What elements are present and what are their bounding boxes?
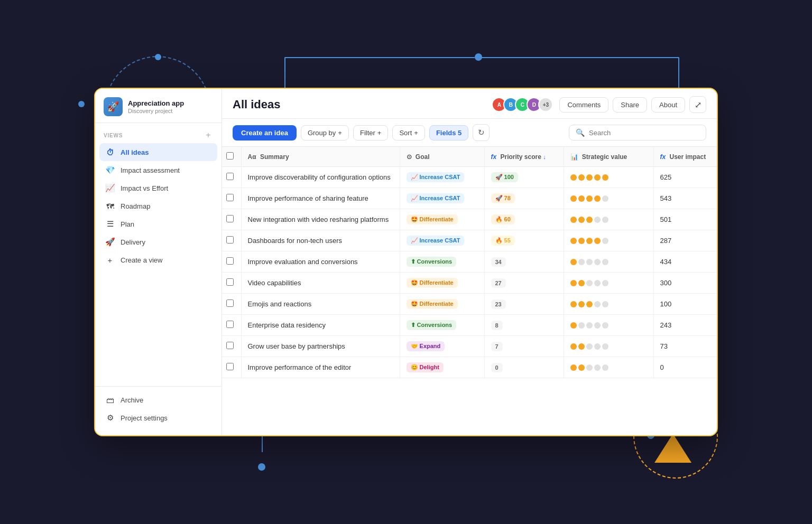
select-all-checkbox[interactable] (226, 152, 234, 160)
dot-filled (570, 217, 577, 223)
refresh-icon: ↻ (478, 128, 485, 137)
row-checkbox[interactable] (226, 321, 234, 328)
group-by-label: Group by (308, 129, 336, 137)
sidebar-item-label: Project settings (121, 414, 168, 422)
row-summary[interactable]: Grow user base by partnerships (241, 336, 400, 357)
row-goal: ⬆ Conversions (400, 251, 484, 273)
row-checkbox[interactable] (226, 236, 234, 244)
row-checkbox[interactable] (226, 173, 234, 180)
dot-empty (602, 217, 608, 223)
fields-button[interactable]: Fields 5 (429, 125, 468, 141)
row-checkbox[interactable] (226, 215, 234, 222)
row-summary[interactable]: Improve evaluation and conversions (241, 251, 400, 273)
app-name: Appreciation app (128, 99, 184, 108)
row-checkbox[interactable] (226, 342, 234, 349)
user-impact-value: 0 (660, 363, 664, 371)
comments-button[interactable]: Comments (559, 97, 608, 113)
sidebar-item-label: Roadmap (121, 202, 150, 210)
share-button[interactable]: Share (613, 97, 647, 113)
row-summary[interactable]: Improve discoverability of configuration… (241, 167, 400, 188)
dot-filled (594, 195, 601, 202)
goal-badge: 🤩 Differentiate (407, 278, 458, 288)
strategic-dots (570, 259, 647, 265)
sidebar-item-impact-assessment[interactable]: 💎 Impact assessment (99, 161, 217, 179)
th-priority-score[interactable]: fx Priority score ↓ (484, 147, 564, 167)
row-user-impact: 434 (653, 251, 717, 273)
row-strategic-value (564, 167, 653, 188)
row-checkbox[interactable] (226, 300, 234, 307)
deco-dot-bl (258, 463, 265, 471)
row-summary[interactable]: New integration with video resharing pla… (241, 209, 400, 230)
strategic-dots (570, 364, 647, 371)
sidebar-item-plan[interactable]: ☰ Plan (99, 215, 217, 233)
row-strategic-value (564, 209, 653, 230)
expand-button[interactable]: ⤢ (689, 96, 706, 113)
expand-icon: ⤢ (695, 100, 702, 110)
refresh-button[interactable]: ↻ (473, 124, 490, 141)
filter-button[interactable]: Filter + (353, 125, 388, 141)
row-checkbox-cell (222, 273, 241, 294)
dot-empty (578, 259, 585, 265)
sidebar-item-roadmap[interactable]: 🗺 Roadmap (99, 197, 217, 215)
row-priority-score: 7 (484, 336, 564, 357)
row-strategic-value (564, 230, 653, 251)
dot-filled (570, 322, 577, 329)
th-strategic-value[interactable]: 📊 Strategic value (564, 147, 653, 167)
settings-icon: ⚙ (105, 413, 115, 423)
avatar-count: +3 (538, 97, 553, 112)
priority-badge: 🚀 100 (491, 172, 518, 182)
row-checkbox[interactable] (226, 194, 234, 201)
dot-filled (586, 217, 593, 223)
group-by-button[interactable]: Group by + (301, 125, 349, 141)
row-priority-score: 🚀 78 (484, 188, 564, 209)
row-goal: 🤩 Differentiate (400, 209, 484, 230)
strategic-type-icon: 📊 (570, 153, 578, 161)
create-idea-button[interactable]: Create an idea (233, 125, 297, 141)
th-user-impact[interactable]: fx User impact (653, 147, 717, 167)
sort-button[interactable]: Sort + (392, 125, 425, 141)
impact-vs-effort-icon: 📈 (105, 183, 115, 193)
add-view-button[interactable]: + (204, 130, 213, 140)
top-bar: All ideas A B C D +3 Comments Share Abou… (222, 89, 717, 119)
row-checkbox[interactable] (226, 278, 234, 286)
dot-filled (586, 195, 593, 202)
search-input[interactable] (589, 129, 699, 137)
sidebar-item-label: Archive (121, 396, 143, 404)
goal-badge: 🤩 Differentiate (407, 214, 458, 224)
priority-badge: 23 (491, 300, 506, 309)
row-summary[interactable]: Improve performance of the editor (241, 357, 400, 378)
app-icon: 🚀 (104, 97, 123, 116)
priority-badge: 🚀 78 (491, 193, 515, 203)
sidebar-item-delivery[interactable]: 🚀 Delivery (99, 233, 217, 251)
row-checkbox-cell (222, 230, 241, 251)
dot-filled (570, 195, 577, 202)
table-row: Improve performance of the editor😊 Delig… (222, 357, 717, 378)
row-summary[interactable]: Video capabilities (241, 273, 400, 294)
row-goal: ⬆ Conversions (400, 315, 484, 336)
th-goal[interactable]: ⊙ Goal (400, 147, 484, 167)
dot-filled (586, 301, 593, 307)
row-summary[interactable]: Enterprise data residency (241, 315, 400, 336)
row-checkbox[interactable] (226, 363, 234, 370)
user-impact-value: 434 (660, 258, 672, 266)
sidebar-item-archive[interactable]: 🗃 Archive (99, 391, 217, 409)
archive-icon: 🗃 (105, 395, 115, 405)
sidebar-item-all-ideas[interactable]: ⏱ All ideas (99, 143, 217, 161)
sidebar-item-create-view[interactable]: + Create a view (99, 251, 217, 269)
row-summary[interactable]: Dashboards for non-tech users (241, 230, 400, 251)
dot-filled (578, 217, 585, 223)
row-summary[interactable]: Improve performance of sharing feature (241, 188, 400, 209)
dot-empty (586, 322, 593, 329)
th-summary[interactable]: Aα Summary (241, 147, 400, 167)
dot-empty (594, 322, 601, 329)
sidebar-item-impact-vs-effort[interactable]: 📈 Impact vs Effort (99, 179, 217, 197)
row-summary[interactable]: Emojis and reactions (241, 294, 400, 315)
toolbar: Create an idea Group by + Filter + Sort … (222, 119, 717, 147)
about-button[interactable]: About (651, 97, 685, 113)
sidebar-item-project-settings[interactable]: ⚙ Project settings (99, 409, 217, 427)
dot-filled (570, 364, 577, 371)
row-priority-score: 34 (484, 251, 564, 273)
row-user-impact: 73 (653, 336, 717, 357)
priority-badge: 8 (491, 321, 503, 330)
row-checkbox[interactable] (226, 257, 234, 265)
